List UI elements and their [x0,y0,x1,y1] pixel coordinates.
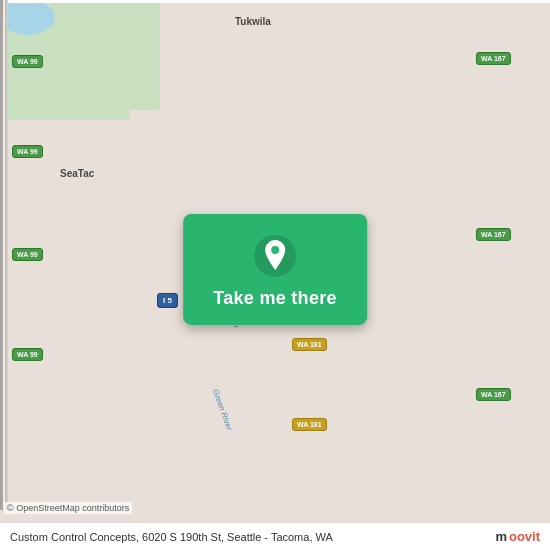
shield-wa181-1: WA 181 [292,338,327,351]
map-container: WA 99 WA 99 WA 99 WA 99 WA 167 WA 167 WA… [0,0,550,550]
svg-point-1 [271,246,279,254]
shield-wa99-4: WA 99 [12,348,43,361]
shield-wa167-1: WA 167 [476,52,511,65]
shield-i5: I 5 [157,293,178,308]
location-pin-icon [253,234,297,278]
shield-wa99-2: WA 99 [12,145,43,158]
label-seatac: SeaTac [60,168,94,179]
label-tukwila: Tukwila [235,16,271,27]
road [0,0,550,2]
cta-popup[interactable]: Take me there [183,214,367,325]
shield-wa167-3: WA 167 [476,388,511,401]
rail-line-2 [0,0,1,510]
location-description: Custom Control Concepts, 6020 S 190th St… [10,531,495,543]
shield-wa181-2: WA 181 [292,418,327,431]
moovit-m-letter: m [495,529,507,544]
shield-wa167-2: WA 167 [476,228,511,241]
osm-attribution: © OpenStreetMap contributors [4,502,132,514]
moovit-logo: m oovit [495,529,540,544]
moovit-wordmark: oovit [509,529,540,544]
cta-label: Take me there [213,288,337,309]
attribution-text: © OpenStreetMap contributors [7,503,129,513]
shield-wa99-1: WA 99 [12,55,43,68]
bottom-bar: Custom Control Concepts, 6020 S 190th St… [0,522,550,550]
shield-wa99-3: WA 99 [12,248,43,261]
